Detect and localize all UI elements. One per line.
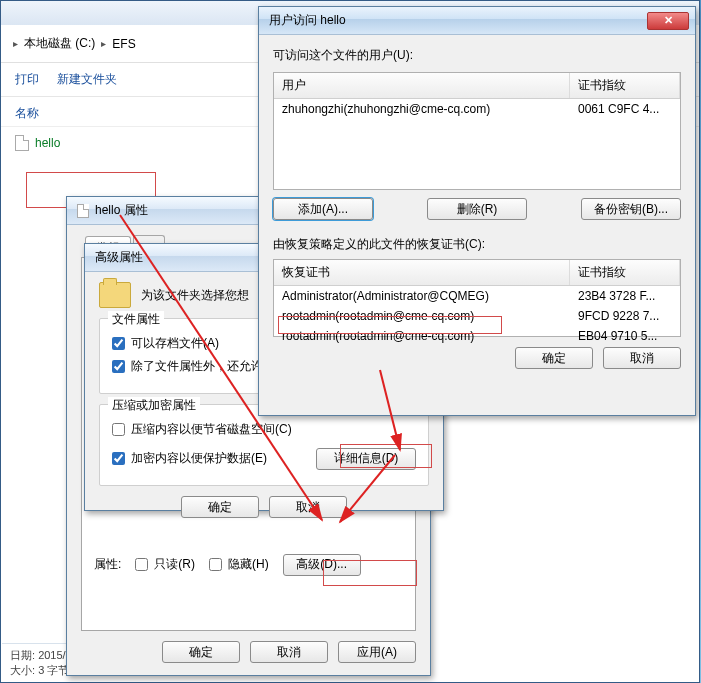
list-header: 恢复证书 证书指纹 — [274, 260, 680, 286]
group-compress-encrypt: 压缩或加密属性 压缩内容以便节省磁盘空间(C) 加密内容以便保护数据(E) 详细… — [99, 404, 429, 486]
advanced-hint: 为该文件夹选择您想 — [141, 287, 249, 304]
cert-thumb: 23B4 3728 F... — [570, 286, 680, 306]
backup-key-button[interactable]: 备份密钥(B)... — [581, 198, 681, 220]
col-cert[interactable]: 恢复证书 — [274, 260, 570, 285]
close-button[interactable]: ✕ — [647, 12, 689, 30]
compress-input[interactable] — [112, 423, 125, 436]
dialog-title: hello 属性 — [95, 202, 148, 219]
col-thumb[interactable]: 证书指纹 — [570, 260, 680, 285]
group-title-compress: 压缩或加密属性 — [108, 397, 200, 414]
status-date-value: 2015/ — [38, 649, 66, 661]
file-icon — [77, 204, 89, 218]
hidden-checkbox[interactable]: 隐藏(H) — [209, 556, 269, 573]
user-access-titlebar[interactable]: 用户访问 hello ✕ — [259, 7, 695, 35]
encrypt-checkbox[interactable]: 加密内容以便保护数据(E) — [112, 450, 267, 467]
folder-icon — [99, 282, 131, 308]
list-item[interactable]: Administrator(Administrator@CQMEG) 23B4 … — [274, 286, 680, 306]
cert-name: Administrator(Administrator@CQMEG) — [274, 286, 570, 306]
cert-thumb: EB04 9710 5... — [570, 326, 680, 346]
list-header: 用户 证书指纹 — [274, 73, 680, 99]
breadcrumb-drive[interactable]: 本地磁盘 (C:) — [24, 35, 95, 52]
col-user[interactable]: 用户 — [274, 73, 570, 98]
user-buttons: 添加(A)... 删除(R) 备份密钥(B)... — [273, 198, 681, 220]
advanced-button[interactable]: 高级(D)... — [283, 554, 361, 576]
cert-name: rootadmin(rootadmin@cme-cq.com) — [274, 326, 570, 346]
index-label: 除了文件属性外，还允许 — [131, 358, 263, 375]
index-input[interactable] — [112, 360, 125, 373]
cancel-button[interactable]: 取消 — [250, 641, 328, 663]
status-date-label: 日期: — [10, 649, 35, 661]
group-title-file: 文件属性 — [108, 311, 164, 328]
encrypt-label: 加密内容以便保护数据(E) — [131, 450, 267, 467]
encrypt-input[interactable] — [112, 452, 125, 465]
status-size-label: 大小: — [10, 664, 35, 676]
compress-label: 压缩内容以便节省磁盘空间(C) — [131, 421, 292, 438]
apply-button[interactable]: 应用(A) — [338, 641, 416, 663]
toolbar-new-folder[interactable]: 新建文件夹 — [57, 71, 117, 88]
status-size-value: 3 字节 — [38, 664, 69, 676]
watermark: @51CTO博客 — [618, 662, 693, 679]
ok-button[interactable]: 确定 — [181, 496, 259, 518]
chevron-right-icon: ▸ — [13, 38, 18, 49]
readonly-checkbox[interactable]: 只读(R) — [135, 556, 195, 573]
ok-button[interactable]: 确定 — [162, 641, 240, 663]
toolbar-print[interactable]: 打印 — [15, 71, 39, 88]
compress-checkbox[interactable]: 压缩内容以便节省磁盘空间(C) — [112, 421, 416, 438]
details-button[interactable]: 详细信息(D) — [316, 448, 416, 470]
breadcrumb-folder[interactable]: EFS — [112, 37, 135, 51]
readonly-input[interactable] — [135, 558, 148, 571]
dialog-title: 高级属性 — [95, 249, 143, 266]
list-item[interactable]: rootadmin(rootadmin@cme-cq.com) 9FCD 922… — [274, 306, 680, 326]
attributes-label: 属性: — [94, 556, 121, 573]
list-item[interactable]: rootadmin(rootadmin@cme-cq.com) EB04 971… — [274, 326, 680, 346]
hidden-label: 隐藏(H) — [228, 556, 269, 573]
hidden-input[interactable] — [209, 558, 222, 571]
user-name: zhuhongzhi(zhuhongzhi@cme-cq.com) — [274, 99, 570, 119]
recovery-label: 由恢复策略定义的此文件的恢复证书(C): — [273, 236, 681, 253]
dialog-buttons: 确定 取消 应用(A) — [81, 641, 416, 663]
cancel-button[interactable]: 取消 — [269, 496, 347, 518]
dialog-buttons: 确定 取消 — [99, 496, 429, 518]
list-item[interactable]: zhuhongzhi(zhuhongzhi@cme-cq.com) 0061 C… — [274, 99, 680, 119]
archive-input[interactable] — [112, 337, 125, 350]
cert-name: rootadmin(rootadmin@cme-cq.com) — [274, 306, 570, 326]
user-thumb: 0061 C9FC 4... — [570, 99, 680, 119]
cert-thumb: 9FCD 9228 7... — [570, 306, 680, 326]
users-label: 可访问这个文件的用户(U): — [273, 47, 681, 64]
ok-button[interactable]: 确定 — [515, 347, 593, 369]
remove-button[interactable]: 删除(R) — [427, 198, 527, 220]
archive-label: 可以存档文件(A) — [131, 335, 219, 352]
recovery-list[interactable]: 恢复证书 证书指纹 Administrator(Administrator@CQ… — [273, 259, 681, 337]
add-button[interactable]: 添加(A)... — [273, 198, 373, 220]
file-icon — [15, 135, 29, 151]
cancel-button[interactable]: 取消 — [603, 347, 681, 369]
dialog-buttons: 确定 取消 — [273, 347, 681, 369]
readonly-label: 只读(R) — [154, 556, 195, 573]
dialog-title: 用户访问 hello — [269, 12, 346, 29]
users-list[interactable]: 用户 证书指纹 zhuhongzhi(zhuhongzhi@cme-cq.com… — [273, 72, 681, 190]
col-thumb[interactable]: 证书指纹 — [570, 73, 680, 98]
file-name: hello — [35, 136, 60, 150]
chevron-right-icon: ▸ — [101, 38, 106, 49]
user-access-dialog: 用户访问 hello ✕ 可访问这个文件的用户(U): 用户 证书指纹 zhuh… — [258, 6, 696, 416]
